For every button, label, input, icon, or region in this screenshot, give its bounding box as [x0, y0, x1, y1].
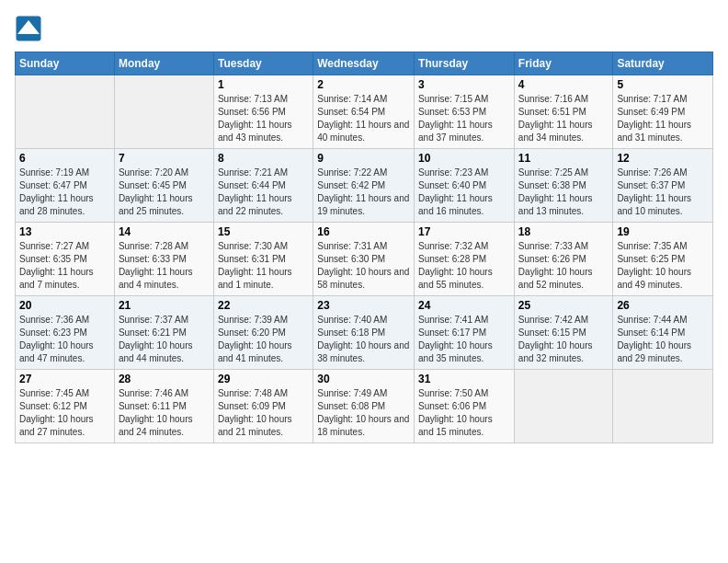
header-row: SundayMondayTuesdayWednesdayThursdayFrid… — [16, 52, 713, 75]
day-number: 11 — [518, 152, 609, 165]
day-info: Sunrise: 7:44 AMSunset: 6:14 PMDaylight:… — [617, 314, 709, 365]
day-cell: 15Sunrise: 7:30 AMSunset: 6:31 PMDayligh… — [213, 223, 313, 296]
week-row-2: 6Sunrise: 7:19 AMSunset: 6:47 PMDaylight… — [16, 149, 713, 223]
day-cell: 1Sunrise: 7:13 AMSunset: 6:56 PMDaylight… — [213, 75, 313, 149]
day-cell: 7Sunrise: 7:20 AMSunset: 6:45 PMDaylight… — [114, 149, 213, 223]
day-cell: 21Sunrise: 7:37 AMSunset: 6:21 PMDayligh… — [114, 296, 213, 370]
day-cell: 18Sunrise: 7:33 AMSunset: 6:26 PMDayligh… — [514, 223, 613, 296]
day-cell: 13Sunrise: 7:27 AMSunset: 6:35 PMDayligh… — [16, 223, 115, 296]
day-number: 28 — [119, 373, 210, 385]
day-info: Sunrise: 7:32 AMSunset: 6:28 PMDaylight:… — [418, 240, 510, 292]
day-info: Sunrise: 7:40 AMSunset: 6:18 PMDaylight:… — [317, 314, 410, 365]
day-info: Sunrise: 7:22 AMSunset: 6:42 PMDaylight:… — [317, 167, 410, 218]
header-cell-thursday: Thursday — [415, 52, 515, 75]
day-cell: 6Sunrise: 7:19 AMSunset: 6:47 PMDaylight… — [16, 149, 115, 223]
header-cell-friday: Friday — [514, 52, 613, 75]
header-cell-wednesday: Wednesday — [313, 52, 415, 75]
day-info: Sunrise: 7:39 AMSunset: 6:20 PMDaylight:… — [218, 314, 309, 365]
day-cell: 25Sunrise: 7:42 AMSunset: 6:15 PMDayligh… — [514, 296, 613, 370]
day-number: 23 — [317, 299, 410, 312]
day-info: Sunrise: 7:49 AMSunset: 6:08 PMDaylight:… — [317, 387, 410, 439]
day-info: Sunrise: 7:30 AMSunset: 6:31 PMDaylight:… — [218, 240, 309, 292]
week-row-5: 27Sunrise: 7:45 AMSunset: 6:12 PMDayligh… — [16, 370, 713, 443]
day-number: 5 — [617, 78, 709, 91]
week-row-3: 13Sunrise: 7:27 AMSunset: 6:35 PMDayligh… — [16, 223, 713, 296]
calendar-body: 1Sunrise: 7:13 AMSunset: 6:56 PMDaylight… — [16, 75, 713, 443]
day-info: Sunrise: 7:20 AMSunset: 6:45 PMDaylight:… — [119, 167, 210, 218]
day-number: 31 — [418, 373, 510, 385]
day-number: 16 — [317, 225, 410, 238]
day-info: Sunrise: 7:45 AMSunset: 6:12 PMDaylight:… — [19, 387, 110, 439]
day-cell: 28Sunrise: 7:46 AMSunset: 6:11 PMDayligh… — [114, 370, 213, 443]
header-cell-monday: Monday — [114, 52, 213, 75]
day-info: Sunrise: 7:48 AMSunset: 6:09 PMDaylight:… — [218, 387, 309, 439]
day-info: Sunrise: 7:31 AMSunset: 6:30 PMDaylight:… — [317, 240, 410, 292]
day-cell: 26Sunrise: 7:44 AMSunset: 6:14 PMDayligh… — [613, 296, 713, 370]
header-cell-sunday: Sunday — [16, 52, 115, 75]
day-cell — [514, 370, 613, 443]
day-number: 21 — [119, 299, 210, 312]
day-cell: 29Sunrise: 7:48 AMSunset: 6:09 PMDayligh… — [213, 370, 313, 443]
day-number: 13 — [19, 225, 110, 238]
day-info: Sunrise: 7:16 AMSunset: 6:51 PMDaylight:… — [518, 93, 609, 144]
day-number: 30 — [317, 373, 410, 385]
day-cell: 23Sunrise: 7:40 AMSunset: 6:18 PMDayligh… — [313, 296, 415, 370]
day-cell: 24Sunrise: 7:41 AMSunset: 6:17 PMDayligh… — [415, 296, 515, 370]
calendar-table: SundayMondayTuesdayWednesdayThursdayFrid… — [15, 52, 713, 443]
day-number: 4 — [518, 78, 609, 91]
header-cell-saturday: Saturday — [613, 52, 713, 75]
header-cell-tuesday: Tuesday — [213, 52, 313, 75]
day-cell: 10Sunrise: 7:23 AMSunset: 6:40 PMDayligh… — [415, 149, 515, 223]
day-number: 1 — [218, 78, 309, 91]
day-number: 18 — [518, 225, 609, 238]
day-cell: 16Sunrise: 7:31 AMSunset: 6:30 PMDayligh… — [313, 223, 415, 296]
day-info: Sunrise: 7:17 AMSunset: 6:49 PMDaylight:… — [617, 93, 709, 144]
week-row-1: 1Sunrise: 7:13 AMSunset: 6:56 PMDaylight… — [16, 75, 713, 149]
day-number: 9 — [317, 152, 410, 165]
day-number: 19 — [617, 225, 709, 238]
day-number: 22 — [218, 299, 309, 312]
day-cell: 19Sunrise: 7:35 AMSunset: 6:25 PMDayligh… — [613, 223, 713, 296]
day-cell: 3Sunrise: 7:15 AMSunset: 6:53 PMDaylight… — [415, 75, 515, 149]
day-cell: 8Sunrise: 7:21 AMSunset: 6:44 PMDaylight… — [213, 149, 313, 223]
day-info: Sunrise: 7:35 AMSunset: 6:25 PMDaylight:… — [617, 240, 709, 292]
day-number: 29 — [218, 373, 309, 385]
day-info: Sunrise: 7:28 AMSunset: 6:33 PMDaylight:… — [119, 240, 210, 292]
week-row-4: 20Sunrise: 7:36 AMSunset: 6:23 PMDayligh… — [16, 296, 713, 370]
day-info: Sunrise: 7:21 AMSunset: 6:44 PMDaylight:… — [218, 167, 309, 218]
day-number: 14 — [119, 225, 210, 238]
day-number: 8 — [218, 152, 309, 165]
day-cell — [114, 75, 213, 149]
day-cell: 14Sunrise: 7:28 AMSunset: 6:33 PMDayligh… — [114, 223, 213, 296]
day-cell: 17Sunrise: 7:32 AMSunset: 6:28 PMDayligh… — [415, 223, 515, 296]
logo-icon — [15, 15, 42, 42]
logo — [15, 15, 46, 42]
day-number: 10 — [418, 152, 510, 165]
day-number: 2 — [317, 78, 410, 91]
day-info: Sunrise: 7:15 AMSunset: 6:53 PMDaylight:… — [418, 93, 510, 144]
day-info: Sunrise: 7:50 AMSunset: 6:06 PMDaylight:… — [418, 387, 510, 439]
day-number: 26 — [617, 299, 709, 312]
day-info: Sunrise: 7:41 AMSunset: 6:17 PMDaylight:… — [418, 314, 510, 365]
day-number: 6 — [19, 152, 110, 165]
day-info: Sunrise: 7:42 AMSunset: 6:15 PMDaylight:… — [518, 314, 609, 365]
day-cell — [16, 75, 115, 149]
day-cell: 9Sunrise: 7:22 AMSunset: 6:42 PMDaylight… — [313, 149, 415, 223]
day-cell: 30Sunrise: 7:49 AMSunset: 6:08 PMDayligh… — [313, 370, 415, 443]
day-info: Sunrise: 7:25 AMSunset: 6:38 PMDaylight:… — [518, 167, 609, 218]
day-cell — [613, 370, 713, 443]
day-number: 3 — [418, 78, 510, 91]
day-info: Sunrise: 7:36 AMSunset: 6:23 PMDaylight:… — [19, 314, 110, 365]
day-number: 17 — [418, 225, 510, 238]
day-number: 24 — [418, 299, 510, 312]
day-info: Sunrise: 7:33 AMSunset: 6:26 PMDaylight:… — [518, 240, 609, 292]
day-number: 7 — [119, 152, 210, 165]
day-cell: 2Sunrise: 7:14 AMSunset: 6:54 PMDaylight… — [313, 75, 415, 149]
day-number: 25 — [518, 299, 609, 312]
day-info: Sunrise: 7:14 AMSunset: 6:54 PMDaylight:… — [317, 93, 410, 144]
day-number: 20 — [19, 299, 110, 312]
day-number: 12 — [617, 152, 709, 165]
day-cell: 5Sunrise: 7:17 AMSunset: 6:49 PMDaylight… — [613, 75, 713, 149]
day-cell: 11Sunrise: 7:25 AMSunset: 6:38 PMDayligh… — [514, 149, 613, 223]
day-number: 15 — [218, 225, 309, 238]
